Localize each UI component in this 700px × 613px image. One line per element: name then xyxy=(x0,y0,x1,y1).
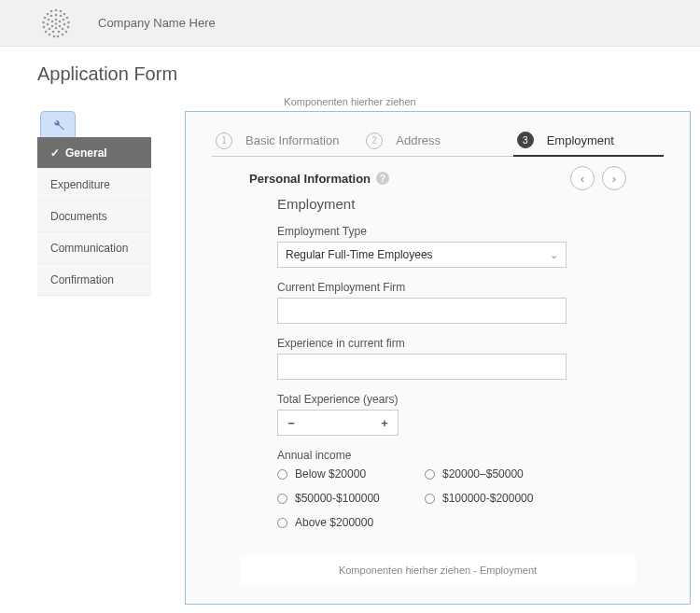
annual-income-label: Annual income xyxy=(277,449,608,462)
svg-point-15 xyxy=(53,35,56,37)
sidebar-item-label: General xyxy=(65,146,107,160)
svg-point-12 xyxy=(65,30,68,33)
sidebar-item-general[interactable]: ✓ General xyxy=(37,137,151,169)
svg-point-17 xyxy=(55,13,58,16)
chevron-left-icon: ‹ xyxy=(581,172,584,186)
step-address[interactable]: 2 Address xyxy=(362,125,512,157)
sidebar-item-expenditure[interactable]: Expenditure xyxy=(37,169,151,201)
svg-point-31 xyxy=(51,24,54,27)
sidebar: ✓ General Expenditure Documents Communic… xyxy=(37,137,151,296)
step-label: Basic Information xyxy=(245,133,339,147)
svg-point-34 xyxy=(55,22,58,25)
svg-point-30 xyxy=(59,20,62,22)
prev-button[interactable]: ‹ xyxy=(570,166,595,190)
svg-point-29 xyxy=(51,20,54,22)
svg-point-9 xyxy=(43,25,46,28)
svg-point-10 xyxy=(67,25,70,28)
experience-firm-label: Experience in current firm xyxy=(277,337,608,350)
employment-type-select[interactable]: Regular Full-Time Employees ⌄ xyxy=(277,242,567,268)
sidebar-item-documents[interactable]: Documents xyxy=(37,201,151,232)
radio-icon xyxy=(277,494,287,504)
company-name: Company Name Here xyxy=(98,16,216,30)
sidebar-item-label: Expenditure xyxy=(50,178,110,191)
svg-point-21 xyxy=(63,18,65,21)
chevron-right-icon: › xyxy=(612,172,616,186)
svg-point-16 xyxy=(57,35,60,37)
check-icon: ✓ xyxy=(50,146,60,160)
svg-point-14 xyxy=(62,33,64,35)
experience-firm-input[interactable] xyxy=(277,354,567,380)
drop-zone-employment[interactable]: Komponenten hierher ziehen - Employment xyxy=(240,555,636,585)
company-logo xyxy=(37,5,75,42)
svg-point-7 xyxy=(42,21,45,23)
svg-point-6 xyxy=(66,16,69,19)
step-employment[interactable]: 3 Employment xyxy=(513,125,664,157)
current-firm-input[interactable] xyxy=(277,298,567,324)
sidebar-item-label: Confirmation xyxy=(50,273,114,286)
sub-section-title: Employment xyxy=(277,196,608,212)
select-value: Regular Full-Time Employees xyxy=(286,248,433,261)
svg-point-27 xyxy=(58,30,61,33)
next-button[interactable]: › xyxy=(602,166,626,190)
total-experience-label: Total Experience (years) xyxy=(277,393,608,406)
step-number: 3 xyxy=(517,132,534,148)
form-panel: 1 Basic Information 2 Address 3 Employme… xyxy=(185,111,691,605)
top-bar: Company Name Here xyxy=(0,0,700,47)
svg-point-13 xyxy=(49,33,51,35)
svg-point-20 xyxy=(48,18,50,21)
svg-point-19 xyxy=(60,14,63,17)
step-label: Address xyxy=(396,133,441,147)
radio-icon xyxy=(425,494,435,504)
radio-icon xyxy=(277,469,287,480)
svg-point-22 xyxy=(47,22,49,25)
svg-point-23 xyxy=(63,22,66,25)
svg-point-26 xyxy=(52,30,55,33)
stepper-increment[interactable]: + xyxy=(371,411,398,435)
step-basic-information[interactable]: 1 Basic Information xyxy=(212,125,362,157)
income-option[interactable]: $100000-$200000 xyxy=(425,492,546,505)
svg-point-24 xyxy=(49,27,51,30)
employment-type-label: Employment Type xyxy=(277,225,608,238)
svg-point-1 xyxy=(50,9,53,12)
info-icon[interactable]: ? xyxy=(376,172,389,185)
sidebar-item-label: Communication xyxy=(50,242,128,255)
svg-point-8 xyxy=(67,21,70,23)
income-option[interactable]: Below $20000 xyxy=(277,467,399,481)
svg-point-18 xyxy=(50,14,53,17)
drop-hint-top: Komponenten hierher ziehen xyxy=(0,96,700,107)
tools-tab[interactable] xyxy=(40,111,76,137)
income-option[interactable]: $20000–$50000 xyxy=(425,467,546,481)
step-number: 2 xyxy=(366,132,383,149)
svg-point-2 xyxy=(60,9,63,12)
svg-point-0 xyxy=(55,8,58,11)
chevron-down-icon: ⌄ xyxy=(550,249,558,261)
current-firm-label: Current Employment Firm xyxy=(277,281,608,294)
wrench-icon xyxy=(51,118,64,132)
sidebar-item-confirmation[interactable]: Confirmation xyxy=(37,264,151,296)
stepper-decrement[interactable]: − xyxy=(278,411,304,435)
svg-point-11 xyxy=(45,30,48,33)
svg-point-32 xyxy=(59,24,62,27)
step-wizard: 1 Basic Information 2 Address 3 Employme… xyxy=(212,125,664,157)
page-title: Application Form xyxy=(0,47,700,94)
sidebar-item-label: Documents xyxy=(50,210,107,223)
step-label: Employment xyxy=(547,133,614,147)
income-option[interactable]: Above $200000 xyxy=(277,516,399,529)
svg-point-33 xyxy=(55,26,58,29)
income-option[interactable]: $50000-$100000 xyxy=(277,492,399,505)
section-title: Personal Information ? xyxy=(249,172,389,186)
step-number: 1 xyxy=(216,132,232,149)
radio-icon xyxy=(277,518,287,528)
svg-point-25 xyxy=(62,27,64,30)
radio-icon xyxy=(425,469,435,480)
annual-income-radios: Below $20000 $20000–$50000 $50000-$10000… xyxy=(277,467,608,540)
svg-point-28 xyxy=(55,18,58,21)
total-experience-stepper[interactable]: − + xyxy=(277,410,399,436)
svg-point-4 xyxy=(63,12,66,15)
svg-point-5 xyxy=(44,16,47,19)
sidebar-item-communication[interactable]: Communication xyxy=(37,232,151,264)
svg-point-3 xyxy=(47,12,49,15)
